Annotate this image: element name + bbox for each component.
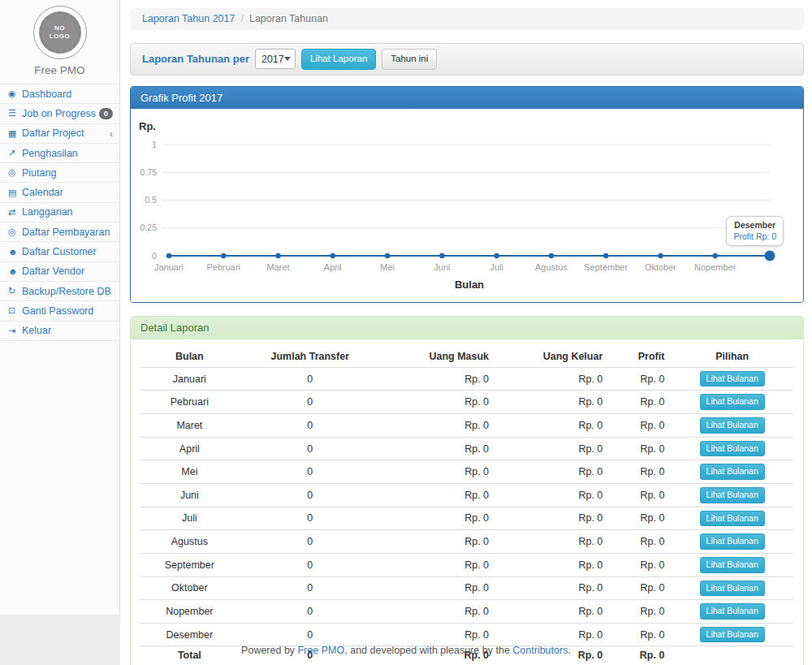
users-icon: ☻: [8, 266, 22, 276]
svg-text:0: 0: [152, 250, 157, 260]
sidebar-item-daftar-project[interactable]: ▦Daftar Project‹: [0, 124, 119, 144]
jumlah_transfer-cell: 0: [239, 507, 382, 530]
sidebar-item-penghasilan[interactable]: ↗Penghasilan: [0, 144, 119, 163]
main-content: Laporan Tahun 2017/Laporan Tahunan Lapor…: [120, 0, 812, 665]
chevron-left-icon: ‹: [110, 128, 113, 139]
profit-chart: 10.750.50.250Rp.JanuariPebruariMaretApri…: [131, 109, 803, 302]
total-profit-cell: Rp. 0: [609, 646, 671, 665]
chart-panel-title: Grafik Profit 2017: [131, 87, 803, 109]
jumlah_transfer-cell: 0: [239, 460, 382, 484]
uang_masuk-cell: Rp. 0: [382, 600, 495, 624]
contributors-link[interactable]: Contributors: [512, 645, 568, 656]
detail-panel-title: Detail Laporan: [131, 317, 803, 339]
table-row-april: April0Rp. 0Rp. 0Rp. 0Lihat Bulanan: [140, 437, 793, 460]
sidebar-item-keluar[interactable]: ⇥Keluar: [0, 322, 119, 341]
lihat-bulanan-button[interactable]: Lihat Bulanan: [700, 533, 765, 550]
jumlah_transfer-cell: 0: [239, 367, 382, 391]
sidebar-item-daftar-customer[interactable]: ☻Daftar Customer: [0, 242, 119, 261]
uang_keluar-cell: Rp. 0: [495, 391, 609, 414]
tahun-ini-button[interactable]: Tahun ini: [382, 49, 437, 70]
detail-panel-body: BulanJumlah TransferUang MasukUang Kelua…: [131, 339, 803, 665]
sidebar-item-job-on-progress[interactable]: ☰Job on Progress0: [0, 104, 119, 123]
svg-text:Maret: Maret: [266, 262, 289, 272]
action-cell: Lihat Bulanan: [671, 623, 793, 646]
uang_keluar-cell: Rp. 0: [495, 600, 609, 624]
sidebar-item-daftar-pembayaran[interactable]: ◎Daftar Pembayaran: [0, 222, 119, 242]
profit-cell: Rp. 0: [609, 553, 671, 576]
sidebar-menu: ◉Dashboard☰Job on Progress0▦Daftar Proje…: [0, 84, 119, 341]
lihat-bulanan-button[interactable]: Lihat Bulanan: [700, 417, 765, 434]
calendar-icon: ▤: [8, 188, 22, 198]
bulan-cell: Desember: [140, 623, 239, 646]
bulan-cell: Juli: [140, 507, 239, 530]
svg-text:Januari: Januari: [154, 262, 184, 272]
year-select[interactable]: 2017: [255, 49, 296, 69]
dashboard-icon: ◉: [8, 89, 22, 99]
sidebar-item-label: Penghasilan: [22, 148, 78, 159]
column-header-profit: Profit: [609, 346, 671, 368]
lihat-bulanan-button[interactable]: Lihat Bulanan: [700, 441, 765, 457]
money-icon: ◎: [8, 227, 22, 237]
sidebar-item-piutang[interactable]: ◎Piutang: [0, 163, 119, 183]
free-pmo-link[interactable]: Free PMO: [298, 645, 345, 656]
action-cell: Lihat Bulanan: [671, 414, 793, 438]
refresh-icon: ↻: [8, 286, 22, 296]
sidebar-item-langganan[interactable]: ⇄Langganan: [0, 203, 119, 222]
total-bulan-cell: Total: [140, 646, 239, 665]
profit-cell: Rp. 0: [609, 391, 671, 414]
profit-cell: Rp. 0: [609, 507, 671, 530]
uang_masuk-cell: Rp. 0: [382, 623, 495, 646]
svg-text:September: September: [584, 262, 628, 272]
sidebar-item-backup-restore-db[interactable]: ↻Backup/Restore DB: [0, 282, 119, 301]
lihat-bulanan-button[interactable]: Lihat Bulanan: [700, 627, 765, 643]
breadcrumb-current: Laporan Tahunan: [249, 13, 328, 24]
sign-out-icon: ⇥: [8, 326, 22, 336]
lihat-bulanan-button[interactable]: Lihat Bulanan: [700, 603, 765, 620]
uang_masuk-cell: Rp. 0: [382, 437, 495, 460]
sidebar-item-label: Backup/Restore DB: [22, 286, 111, 297]
profit-cell: Rp. 0: [609, 623, 671, 646]
sidebar-item-label: Piutang: [22, 167, 56, 179]
svg-text:0.5: 0.5: [145, 195, 157, 205]
uang_keluar-cell: Rp. 0: [495, 414, 609, 438]
lock-icon: ⊡: [8, 305, 22, 316]
table-row-juli: Juli0Rp. 0Rp. 0Rp. 0Lihat Bulanan: [140, 507, 793, 530]
uang_masuk-cell: Rp. 0: [382, 530, 495, 554]
tooltip-value: Profit Rp: 0: [733, 231, 776, 241]
uang_keluar-cell: Rp. 0: [495, 576, 609, 600]
action-cell: Lihat Bulanan: [671, 600, 793, 624]
filter-panel: Laporan Tahunan per 2017 Lihat Laporan T…: [130, 43, 804, 76]
sidebar-item-ganti-password[interactable]: ⊡Ganti Password: [0, 301, 119, 321]
sidebar-item-calendar[interactable]: ▤Calendar: [0, 183, 119, 202]
brand-name: Free PMO: [0, 64, 119, 76]
bulan-cell: Januari: [140, 367, 239, 391]
sidebar-item-dashboard[interactable]: ◉Dashboard: [0, 84, 119, 104]
sidebar-item-daftar-vendor[interactable]: ☻Daftar Vendor: [0, 262, 119, 282]
lihat-bulanan-button[interactable]: Lihat Bulanan: [700, 511, 765, 527]
svg-text:Mei: Mei: [380, 262, 395, 272]
retweet-icon: ⇄: [8, 207, 22, 218]
table-row-mei: Mei0Rp. 0Rp. 0Rp. 0Lihat Bulanan: [140, 460, 793, 484]
chart-tooltip: Desember Profit Rp: 0: [726, 216, 784, 246]
jumlah_transfer-cell: 0: [239, 391, 382, 414]
profit-cell: Rp. 0: [609, 367, 671, 391]
breadcrumb: Laporan Tahun 2017/Laporan Tahunan: [130, 8, 804, 30]
jumlah_transfer-cell: 0: [239, 530, 382, 554]
uang_masuk-cell: Rp. 0: [382, 553, 495, 576]
breadcrumb-link[interactable]: Laporan Tahun 2017: [142, 13, 235, 24]
lihat-bulanan-button[interactable]: Lihat Bulanan: [700, 557, 765, 573]
svg-text:Nopember: Nopember: [694, 262, 736, 272]
lihat-bulanan-button[interactable]: Lihat Bulanan: [700, 464, 765, 480]
bulan-cell: September: [140, 553, 239, 576]
lihat-bulanan-button[interactable]: Lihat Bulanan: [700, 371, 765, 387]
column-header-bulan: Bulan: [140, 346, 239, 368]
table-row-maret: Maret0Rp. 0Rp. 0Rp. 0Lihat Bulanan: [140, 414, 793, 438]
uang_masuk-cell: Rp. 0: [382, 576, 495, 600]
lihat-bulanan-button[interactable]: Lihat Bulanan: [700, 394, 765, 410]
lihat-bulanan-button[interactable]: Lihat Bulanan: [700, 487, 765, 503]
uang_keluar-cell: Rp. 0: [495, 507, 609, 530]
uang_keluar-cell: Rp. 0: [495, 553, 609, 576]
action-cell: Lihat Bulanan: [671, 507, 793, 530]
lihat-laporan-button[interactable]: Lihat Laporan: [301, 49, 376, 70]
lihat-bulanan-button[interactable]: Lihat Bulanan: [700, 581, 765, 597]
